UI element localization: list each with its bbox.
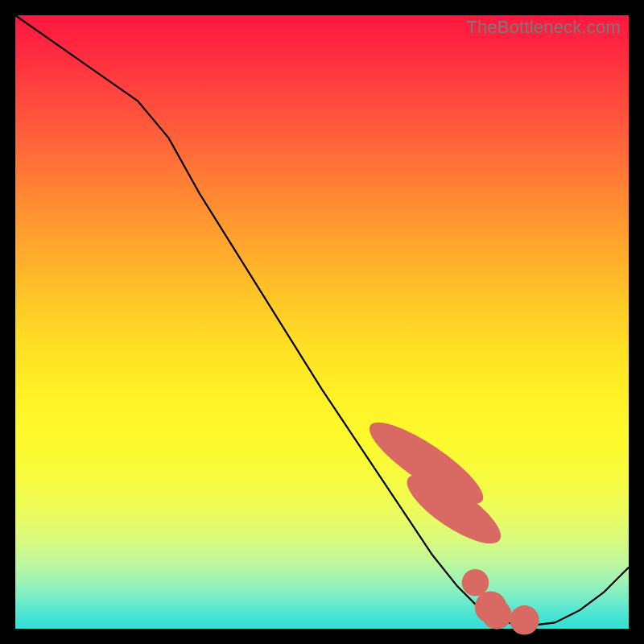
marker-point: [510, 605, 539, 635]
marker-point: [482, 600, 512, 630]
curve-markers: [360, 410, 539, 634]
chart-overlay: [15, 15, 629, 629]
marker-point: [462, 569, 489, 597]
chart-frame: TheBottleneck.com: [0, 0, 644, 644]
plot-area: TheBottleneck.com: [15, 15, 629, 629]
bottleneck-curve-line: [15, 15, 629, 625]
